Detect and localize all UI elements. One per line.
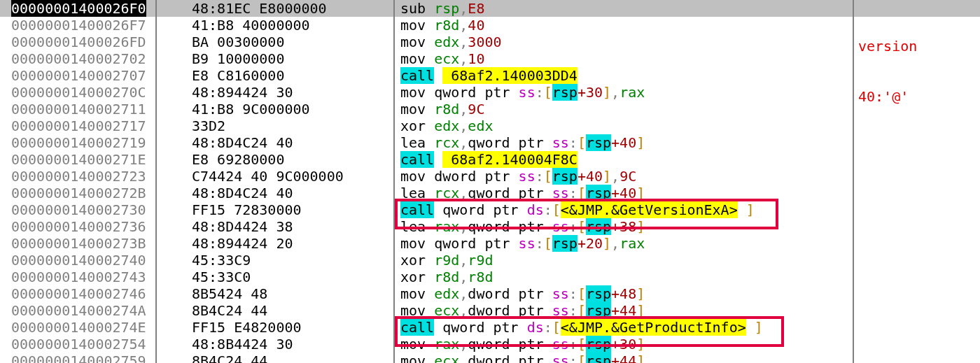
disasm-cell[interactable]: xor r9d,r9d (393, 252, 980, 269)
comment-panel: version 40:'@' (858, 4, 917, 122)
disasm-cell[interactable]: mov rax,qword ptr ss:[rsp+30] (393, 336, 980, 353)
address-cell[interactable]: 0000000140002719 (0, 134, 155, 151)
column-separator[interactable] (393, 0, 395, 363)
bytes-cell[interactable]: 33D2 (155, 118, 393, 134)
disassembly-view: { "comment": {"line1":"version","line2":… (0, 0, 980, 363)
address-cell[interactable]: 0000000140002723 (0, 168, 155, 185)
disasm-cell[interactable]: mov edx,dword ptr ss:[rsp+48] (393, 285, 980, 302)
disasm-row[interactable]: 000000014000274EFF15 E4820000call qword … (0, 319, 980, 336)
bytes-cell[interactable]: 45:33C0 (155, 269, 393, 285)
disasm-cell[interactable]: xor r8d,r8d (393, 269, 980, 285)
disasm-row[interactable]: 000000014000273648:8D4424 38lea rax,qwor… (0, 218, 980, 235)
bytes-cell[interactable]: B9 10000000 (155, 50, 393, 67)
address-cell[interactable]: 0000000140002754 (0, 336, 155, 353)
disasm-row[interactable]: 000000014000271EE8 69280000call 68af2.14… (0, 151, 980, 168)
disasm-row[interactable]: 0000000140002723C74424 40 9C000000mov dw… (0, 168, 980, 185)
bytes-cell[interactable]: 8B4C24 44 (155, 302, 393, 319)
comment-line: version (858, 38, 917, 55)
address-cell[interactable]: 0000000140002717 (0, 118, 155, 134)
disasm-row[interactable]: 000000014000274345:33C0xor r8d,r8d (0, 269, 980, 285)
bytes-cell[interactable]: FF15 72830000 (155, 201, 393, 218)
bytes-cell[interactable]: 8B4C24 44 (155, 353, 393, 363)
address-cell[interactable]: 0000000140002759 (0, 353, 155, 363)
address-cell[interactable]: 000000014000271E (0, 151, 155, 168)
disasm-cell[interactable]: mov dword ptr ss:[rsp+40],9C (393, 168, 980, 185)
disasm-cell[interactable]: lea rcx,qword ptr ss:[rsp+40] (393, 185, 980, 201)
disasm-rows[interactable]: 00000001400026F048:81EC E8000000sub rsp,… (0, 0, 980, 363)
disasm-row[interactable]: 000000014000275448:8B4424 30mov rax,qwor… (0, 336, 980, 353)
bytes-cell[interactable]: 45:33C9 (155, 252, 393, 269)
address-cell[interactable]: 0000000140002702 (0, 50, 155, 67)
disasm-row[interactable]: 000000014000272B48:8D4C24 40lea rcx,qwor… (0, 185, 980, 201)
disasm-row[interactable]: 0000000140002702B9 10000000mov ecx,10 (0, 50, 980, 67)
bytes-cell[interactable]: 48:81EC E8000000 (155, 0, 393, 17)
disasm-row[interactable]: 00000001400026F741:B8 40000000mov r8d,40 (0, 17, 980, 34)
address-cell[interactable]: 000000014000273B (0, 235, 155, 252)
address-cell[interactable]: 000000014000274A (0, 302, 155, 319)
disasm-cell[interactable]: call qword ptr ds:[<&JMP.&GetProductInfo… (393, 319, 980, 336)
bytes-cell[interactable]: E8 C8160000 (155, 67, 393, 84)
disasm-row[interactable]: 000000014000271141:B8 9C000000mov r8d,9C (0, 101, 980, 118)
bytes-cell[interactable]: BA 00300000 (155, 34, 393, 50)
address-cell[interactable]: 00000001400026F0 (0, 0, 155, 17)
disasm-row[interactable]: 000000014000274045:33C9xor r9d,r9d (0, 252, 980, 269)
address-cell[interactable]: 0000000140002743 (0, 269, 155, 285)
address-cell[interactable]: 0000000140002711 (0, 101, 155, 118)
bytes-cell[interactable]: 48:8D4C24 40 (155, 134, 393, 151)
bytes-cell[interactable]: 48:8D4C24 40 (155, 185, 393, 201)
disasm-row[interactable]: 000000014000270C48:894424 30mov qword pt… (0, 84, 980, 101)
disasm-cell[interactable]: lea rax,qword ptr ss:[rsp+38] (393, 218, 980, 235)
address-cell[interactable]: 0000000140002736 (0, 218, 155, 235)
address-cell[interactable]: 0000000140002730 (0, 201, 155, 218)
disasm-cell[interactable]: mov ecx,dword ptr ss:[rsp+44] (393, 302, 980, 319)
bytes-cell[interactable]: 48:8D4424 38 (155, 218, 393, 235)
address-cell[interactable]: 000000014000274E (0, 319, 155, 336)
bytes-cell[interactable]: C74424 40 9C000000 (155, 168, 393, 185)
comment-line: 40:'@' (858, 88, 917, 105)
column-separator[interactable] (853, 0, 854, 363)
bytes-cell[interactable]: 8B5424 48 (155, 285, 393, 302)
bytes-cell[interactable]: E8 69280000 (155, 151, 393, 168)
address-cell[interactable]: 000000014000270C (0, 84, 155, 101)
address-cell[interactable]: 000000014000272B (0, 185, 155, 201)
disasm-cell[interactable]: call qword ptr ds:[<&JMP.&GetVersionExA>… (393, 201, 980, 218)
address-cell[interactable]: 0000000140002740 (0, 252, 155, 269)
bytes-cell[interactable]: 41:B8 40000000 (155, 17, 393, 34)
disasm-row[interactable]: 00000001400026F048:81EC E8000000sub rsp,… (0, 0, 980, 17)
disasm-cell[interactable]: mov ecx,dword ptr ss:[rsp+44] (393, 353, 980, 363)
address-cell[interactable]: 0000000140002707 (0, 67, 155, 84)
disasm-cell[interactable]: call 68af2.140004F8C (393, 151, 980, 168)
disasm-row[interactable]: 00000001400026FDBA 00300000mov edx,3000 (0, 34, 980, 50)
disasm-row[interactable]: 0000000140002730FF15 72830000call qword … (0, 201, 980, 218)
disasm-row[interactable]: 000000014000273B48:894424 20mov qword pt… (0, 235, 980, 252)
bytes-cell[interactable]: 48:894424 30 (155, 84, 393, 101)
disasm-row[interactable]: 000000014000271733D2xor edx,edx (0, 118, 980, 134)
bytes-cell[interactable]: 48:894424 20 (155, 235, 393, 252)
disasm-row[interactable]: 00000001400027468B5424 48mov edx,dword p… (0, 285, 980, 302)
address-cell[interactable]: 00000001400026FD (0, 34, 155, 50)
address-cell[interactable]: 0000000140002746 (0, 285, 155, 302)
bytes-cell[interactable]: 41:B8 9C000000 (155, 101, 393, 118)
disasm-cell[interactable]: mov qword ptr ss:[rsp+20],rax (393, 235, 980, 252)
disasm-row[interactable]: 000000014000274A8B4C24 44mov ecx,dword p… (0, 302, 980, 319)
address-cell[interactable]: 00000001400026F7 (0, 17, 155, 34)
bytes-cell[interactable]: 48:8B4424 30 (155, 336, 393, 353)
disasm-row[interactable]: 00000001400027598B4C24 44mov ecx,dword p… (0, 353, 980, 363)
bytes-cell[interactable]: FF15 E4820000 (155, 319, 393, 336)
disasm-row[interactable]: 0000000140002707E8 C8160000call 68af2.14… (0, 67, 980, 84)
column-separator[interactable] (155, 0, 157, 363)
disasm-row[interactable]: 000000014000271948:8D4C24 40lea rcx,qwor… (0, 134, 980, 151)
disasm-cell[interactable]: lea rcx,qword ptr ss:[rsp+40] (393, 134, 980, 151)
